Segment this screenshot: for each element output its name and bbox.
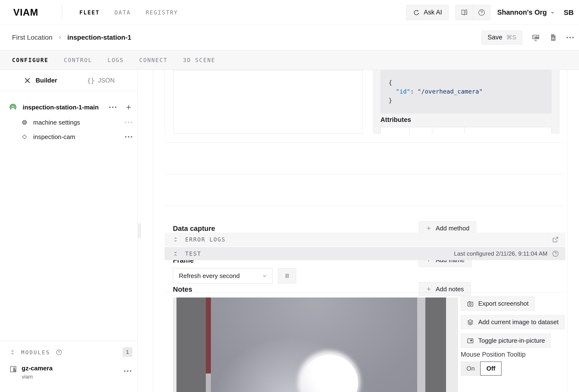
braces-icon: {} — [87, 77, 94, 84]
breadcrumb: First Location inspection-station-1 — [12, 25, 131, 50]
machine-report-icon[interactable] — [549, 33, 557, 42]
cam-strip-right — [417, 298, 425, 392]
cam-wall-left — [176, 298, 206, 392]
modules-header: MODULES 1 — [9, 346, 132, 358]
main-part-more-menu[interactable] — [109, 107, 116, 108]
add-to-dataset-label: Add current image to dataset — [478, 318, 559, 326]
error-logs-bar[interactable]: ERROR LOGS — [164, 233, 565, 246]
cam-red-stripe-base — [206, 374, 211, 392]
help-icon-group — [455, 5, 491, 20]
tree-row-machine-settings[interactable]: machine settings — [0, 115, 138, 129]
tab-logs[interactable]: LOGS — [108, 57, 124, 63]
nav-divider — [62, 6, 62, 19]
export-screenshot-button[interactable]: Export screenshot — [461, 297, 535, 311]
test-bar[interactable]: TEST Last configured 2/11/26, 9:11:04 AM — [164, 247, 565, 260]
add-notes-button[interactable]: Add notes — [419, 282, 471, 296]
add-method-label: Add method — [436, 225, 469, 232]
inspection-cam-more-menu[interactable] — [125, 136, 132, 138]
refresh-rate-select[interactable]: Refresh every second — [173, 268, 273, 284]
machine-settings-more-menu[interactable] — [125, 122, 132, 123]
tooltip-off-button[interactable]: Off — [480, 361, 502, 376]
section-divider — [164, 174, 565, 174]
view-toggle: Builder {} JSON — [0, 70, 138, 91]
tab-control[interactable]: CONTROL — [64, 57, 92, 63]
expand-icon — [172, 236, 179, 243]
save-shortcut: ⌘S — [506, 34, 516, 41]
section-divider — [164, 142, 565, 143]
module-more-menu[interactable] — [124, 370, 131, 372]
cam-edge — [446, 298, 458, 392]
tab-3d-scene[interactable]: 3D SCENE — [183, 57, 216, 63]
save-button[interactable]: Save ⌘S — [482, 31, 522, 45]
test-help-icon[interactable] — [552, 250, 559, 257]
breadcrumb-machine-name: inspection-station-1 — [67, 34, 131, 41]
sidebar-resize-handle[interactable] — [139, 223, 141, 238]
gear-icon — [21, 119, 28, 126]
layers-icon — [467, 319, 474, 326]
cam-room — [211, 298, 417, 392]
json-label: JSON — [98, 77, 114, 84]
add-to-dataset-button[interactable]: Add current image to dataset — [461, 315, 565, 329]
section-divider — [164, 206, 565, 206]
module-row-gz-camera[interactable]: gz-camera viam — [9, 364, 132, 386]
chevron-down-icon — [550, 10, 555, 15]
plus-icon — [426, 225, 432, 231]
machine-settings-label: machine settings — [33, 119, 80, 126]
configure-body: Builder {} JSON inspection-station-1-mai… — [0, 70, 579, 392]
ask-ai-label: Ask AI — [424, 9, 442, 16]
viam-logo[interactable]: VIAM — [13, 0, 38, 25]
breadcrumb-separator-icon — [57, 35, 63, 40]
breadcrumb-location[interactable]: First Location — [12, 34, 52, 41]
module-name: gz-camera — [22, 365, 53, 372]
json-toggle[interactable]: {} JSON — [87, 70, 115, 91]
avatar[interactable]: SB — [564, 8, 574, 17]
attributes-col — [381, 127, 410, 134]
attributes-col — [465, 127, 551, 134]
docs-book-icon[interactable] — [456, 5, 473, 20]
tree-row-main-part[interactable]: inspection-station-1-main — [0, 100, 138, 114]
main-part-name: inspection-station-1-main — [23, 104, 99, 111]
builder-label: Builder — [36, 77, 57, 84]
config-sidebar: Builder {} JSON inspection-station-1-mai… — [0, 70, 138, 392]
collapse-icon — [172, 250, 179, 257]
export-screenshot-label: Export screenshot — [478, 300, 529, 307]
nav-item-data[interactable]: DATA — [114, 9, 131, 16]
collapse-icon[interactable] — [9, 349, 16, 356]
modules-title: MODULES — [21, 349, 50, 355]
save-label: Save — [488, 34, 503, 41]
nav-item-fleet[interactable]: FLEET — [79, 9, 100, 16]
machine-header-row: First Location inspection-station-1 Live… — [0, 25, 579, 50]
json-value: "/overhead_camera" — [417, 88, 483, 95]
error-logs-label: ERROR LOGS — [185, 236, 225, 243]
cam-edge — [173, 298, 176, 392]
attributes-col — [410, 127, 432, 134]
org-name: Shannon's Org — [497, 8, 547, 16]
add-component-button[interactable] — [125, 104, 132, 111]
plus-icon — [426, 286, 432, 292]
tools-icon — [24, 77, 31, 84]
builder-toggle[interactable]: Builder — [24, 70, 57, 91]
config-main: { "id": "/overhead_camera" } Attributes … — [153, 70, 568, 392]
test-label: TEST — [185, 251, 201, 257]
open-external-icon[interactable] — [552, 236, 559, 243]
ask-ai-button[interactable]: Ask AI — [406, 5, 449, 20]
tab-configure[interactable]: CONFIGURE — [12, 57, 49, 63]
pause-refresh-button[interactable] — [278, 268, 296, 284]
nav-right-cluster: Ask AI Shannon's Or — [406, 0, 574, 25]
mouse-tooltip-toggle: On Off — [461, 361, 502, 376]
machine-monitor-icon[interactable] — [531, 33, 540, 42]
nav-item-registry[interactable]: REGISTRY — [146, 9, 178, 16]
last-configured-text: Last configured 2/11/26, 9:11:04 AM — [454, 250, 548, 257]
help-question-icon[interactable] — [473, 5, 490, 20]
add-notes-label: Add notes — [436, 285, 464, 293]
tooltip-on-button[interactable]: On — [461, 361, 480, 376]
inspection-cam-label: inspection-cam — [33, 133, 75, 141]
modules-help-icon[interactable] — [56, 349, 62, 356]
tab-connect[interactable]: CONNECT — [139, 57, 168, 63]
toggle-pip-button[interactable]: Toggle picture-in-picture — [461, 333, 551, 348]
machine-more-menu[interactable] — [567, 37, 574, 38]
cam-wall-right — [425, 298, 446, 392]
resource-card-bottom: { "id": "/overhead_camera" } Attributes — [164, 70, 565, 134]
org-switcher[interactable]: Shannon's Org — [497, 8, 556, 16]
tree-row-inspection-cam[interactable]: inspection-cam — [0, 130, 138, 144]
